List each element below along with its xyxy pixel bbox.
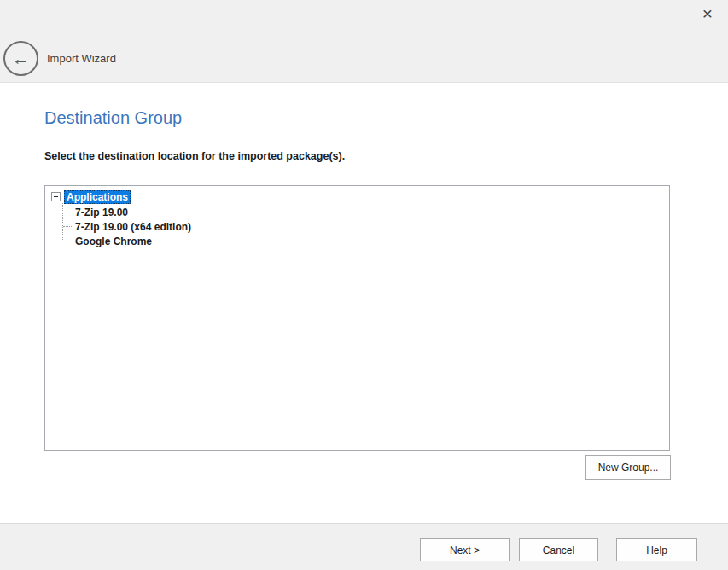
close-icon: × (702, 3, 713, 23)
wizard-footer: Next > Cancel Help (0, 523, 728, 570)
wizard-title: Import Wizard (47, 52, 116, 65)
page-title: Destination Group (44, 108, 182, 128)
page-description: Select the destination location for the … (44, 150, 345, 162)
wizard-header: ← Import Wizard × (0, 0, 728, 83)
tree-item-label: Google Chrome (75, 236, 152, 247)
next-button[interactable]: Next > (420, 538, 510, 561)
close-button[interactable]: × (699, 3, 716, 24)
back-button[interactable]: ← (3, 41, 38, 76)
help-button[interactable]: Help (616, 538, 697, 561)
destination-group-tree[interactable]: Applications 7-Zip 19.00 7-Zip 19.00 (x6… (44, 185, 670, 451)
tree-item-google-chrome[interactable]: Google Chrome (62, 234, 669, 248)
back-arrow-icon: ← (12, 49, 30, 68)
tree-item-7zip[interactable]: 7-Zip 19.00 (62, 205, 669, 219)
new-group-button[interactable]: New Group... (585, 455, 671, 480)
minus-glyph (54, 196, 58, 197)
collapse-icon[interactable] (51, 192, 61, 201)
import-wizard-window: ← Import Wizard × Destination Group Sele… (0, 0, 728, 570)
cancel-button[interactable]: Cancel (519, 538, 598, 561)
tree-item-7zip-x64[interactable]: 7-Zip 19.00 (x64 edition) (62, 219, 669, 234)
tree-item-label: 7-Zip 19.00 (x64 edition) (75, 221, 191, 233)
tree-row: Applications (45, 189, 669, 204)
tree-item-applications[interactable]: Applications (64, 190, 131, 204)
tree-children: 7-Zip 19.00 7-Zip 19.00 (x64 edition) Go… (62, 205, 669, 248)
tree-item-label: 7-Zip 19.00 (75, 206, 128, 218)
